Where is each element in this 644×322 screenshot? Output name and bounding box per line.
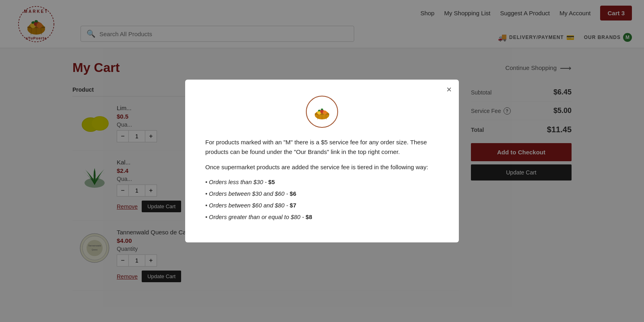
modal-close-button[interactable]: ×: [446, 85, 452, 94]
service-fee-modal: ×: [185, 80, 459, 243]
list-item: Orders less than $30 - $5: [205, 178, 439, 187]
modal-overlay: ×: [0, 0, 644, 303]
modal-logo: [205, 96, 439, 128]
modal-para1: For products marked with an "M" there is…: [205, 137, 439, 157]
list-item: Orders between $60 and $80 - $7: [205, 201, 439, 210]
modal-logo-circle: [306, 96, 338, 128]
modal-tiers-list: Orders less than $30 - $5 Orders between…: [205, 178, 439, 222]
modal-para2: Once supermarket products are added the …: [205, 162, 439, 172]
list-item: Orders greater than or equal to $80 - $8: [205, 213, 439, 222]
modal-basket-icon: [310, 100, 334, 123]
modal-body: For products marked with an "M" there is…: [205, 137, 439, 222]
list-item: Orders between $30 and $60 - $6: [205, 189, 439, 199]
svg-point-30: [323, 111, 327, 115]
